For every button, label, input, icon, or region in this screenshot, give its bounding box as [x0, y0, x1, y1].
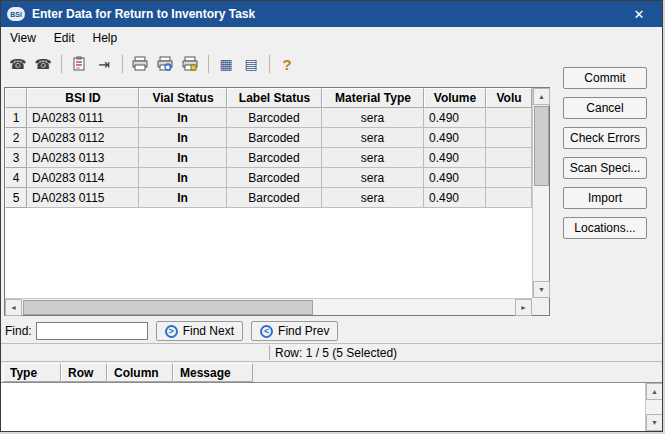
col-header-bsi-id[interactable]: BSI ID — [27, 88, 139, 108]
grid-alt-view-icon[interactable]: ▤ — [239, 52, 263, 76]
cell-volume2[interactable] — [486, 108, 532, 128]
print-setup-icon[interactable] — [178, 52, 202, 76]
cell-vial-status[interactable]: In — [139, 128, 227, 148]
error-vertical-scrollbar[interactable]: ▲ ▼ — [645, 383, 662, 431]
col-header-vial-status[interactable]: Vial Status — [139, 88, 227, 108]
fill-column-glyph: ⇥ — [98, 57, 110, 71]
table-row[interactable]: 1 DA0283 0111 In Barcoded sera 0.490 — [5, 108, 532, 128]
col-header-volume[interactable]: Volume — [424, 88, 486, 108]
vertical-scroll-thumb[interactable] — [534, 106, 549, 186]
grid-view-glyph: ▦ — [219, 57, 232, 71]
cancel-button[interactable]: Cancel — [563, 97, 647, 119]
row-number[interactable]: 5 — [5, 188, 27, 208]
print-preview-icon[interactable] — [153, 52, 177, 76]
cell-volume2[interactable] — [486, 168, 532, 188]
toolbar-separator — [269, 55, 270, 73]
print-icon[interactable] — [128, 52, 152, 76]
cell-volume[interactable]: 0.490 — [424, 168, 486, 188]
cell-vial-status[interactable]: In — [139, 148, 227, 168]
menu-edit[interactable]: Edit — [45, 29, 84, 47]
cell-volume[interactable]: 0.490 — [424, 108, 486, 128]
window-title: Enter Data for Return to Inventory Task — [32, 7, 255, 21]
cell-material-type[interactable]: sera — [322, 128, 424, 148]
cell-material-type[interactable]: sera — [322, 148, 424, 168]
cell-material-type[interactable]: sera — [322, 188, 424, 208]
commit-button[interactable]: Commit — [563, 67, 647, 89]
row-number[interactable]: 2 — [5, 128, 27, 148]
close-icon: ✕ — [634, 7, 645, 22]
cell-volume[interactable]: 0.490 — [424, 148, 486, 168]
col-header-material-type[interactable]: Material Type — [322, 88, 424, 108]
scroll-left-icon[interactable]: ◄ — [5, 299, 22, 316]
fill-column-icon[interactable]: ⇥ — [92, 52, 116, 76]
menu-view[interactable]: View — [1, 29, 45, 47]
locations-button[interactable]: Locations... — [563, 217, 647, 239]
find-prev-icon: < — [260, 325, 273, 338]
grid-vertical-scrollbar[interactable]: ▲ ▼ — [532, 88, 549, 298]
cell-volume2[interactable] — [486, 148, 532, 168]
err-col-type[interactable]: Type — [3, 363, 61, 382]
corner-header-cell[interactable] — [5, 88, 27, 108]
find-prev-label: Find Prev — [278, 324, 329, 338]
cell-bsi-id[interactable]: DA0283 0111 — [27, 108, 139, 128]
check-errors-button[interactable]: Check Errors — [563, 127, 647, 149]
cell-material-type[interactable]: sera — [322, 168, 424, 188]
table-row[interactable]: 2 DA0283 0112 In Barcoded sera 0.490 — [5, 128, 532, 148]
row-number[interactable]: 4 — [5, 168, 27, 188]
cell-volume2[interactable] — [486, 128, 532, 148]
cell-volume[interactable]: 0.490 — [424, 128, 486, 148]
close-button[interactable]: ✕ — [616, 1, 662, 27]
cell-vial-status[interactable]: In — [139, 108, 227, 128]
scroll-down-icon[interactable]: ▼ — [646, 414, 663, 431]
cell-label-status[interactable]: Barcoded — [227, 148, 322, 168]
cell-material-type[interactable]: sera — [322, 108, 424, 128]
scrollbar-corner — [532, 298, 549, 315]
col-header-volume2[interactable]: Volu — [486, 88, 532, 108]
horizontal-scroll-thumb[interactable] — [23, 300, 313, 315]
help-icon[interactable]: ? — [275, 52, 299, 76]
grid-view-icon[interactable]: ▦ — [214, 52, 238, 76]
cell-vial-status[interactable]: In — [139, 188, 227, 208]
toolbar-separator — [122, 55, 123, 73]
scroll-right-icon[interactable]: ► — [515, 299, 532, 316]
cell-volume[interactable]: 0.490 — [424, 188, 486, 208]
find-input[interactable] — [36, 322, 148, 340]
grid-horizontal-scrollbar[interactable]: ◄ ► — [5, 298, 532, 315]
scroll-up-icon[interactable]: ▲ — [646, 383, 663, 400]
error-table-header: Type Row Column Message — [3, 363, 253, 382]
grid-content: BSI ID Vial Status Label Status Material… — [5, 88, 532, 298]
cell-volume2[interactable] — [486, 188, 532, 208]
phone-dial-icon[interactable]: ☎ — [6, 52, 30, 76]
scan-specimens-button[interactable]: Scan Speci... — [563, 157, 647, 179]
import-button[interactable]: Import — [563, 187, 647, 209]
cell-bsi-id[interactable]: DA0283 0113 — [27, 148, 139, 168]
table-row[interactable]: 3 DA0283 0113 In Barcoded sera 0.490 — [5, 148, 532, 168]
err-col-message[interactable]: Message — [173, 363, 253, 382]
row-status-text: Row: 1 / 5 (5 Selected) — [275, 346, 397, 360]
row-number[interactable]: 1 — [5, 108, 27, 128]
row-number[interactable]: 3 — [5, 148, 27, 168]
find-next-button[interactable]: > Find Next — [156, 321, 243, 341]
cell-label-status[interactable]: Barcoded — [227, 168, 322, 188]
scroll-down-icon[interactable]: ▼ — [533, 281, 550, 298]
app-icon: BSI — [7, 7, 25, 21]
cell-vial-status[interactable]: In — [139, 168, 227, 188]
cell-label-status[interactable]: Barcoded — [227, 188, 322, 208]
cell-label-status[interactable]: Barcoded — [227, 108, 322, 128]
cell-bsi-id[interactable]: DA0283 0112 — [27, 128, 139, 148]
paste-errors-icon[interactable] — [67, 52, 91, 76]
phone-answer-glyph: ☎ — [34, 57, 51, 71]
table-row[interactable]: 5 DA0283 0115 In Barcoded sera 0.490 — [5, 188, 532, 208]
printer-icon — [132, 56, 148, 72]
menu-help[interactable]: Help — [83, 29, 126, 47]
cell-label-status[interactable]: Barcoded — [227, 128, 322, 148]
err-col-row[interactable]: Row — [61, 363, 107, 382]
col-header-label-status[interactable]: Label Status — [227, 88, 322, 108]
err-col-column[interactable]: Column — [107, 363, 173, 382]
scroll-up-icon[interactable]: ▲ — [533, 88, 550, 105]
table-row[interactable]: 4 DA0283 0114 In Barcoded sera 0.490 — [5, 168, 532, 188]
cell-bsi-id[interactable]: DA0283 0114 — [27, 168, 139, 188]
find-prev-button[interactable]: < Find Prev — [251, 321, 338, 341]
phone-answer-icon[interactable]: ☎ — [31, 52, 55, 76]
cell-bsi-id[interactable]: DA0283 0115 — [27, 188, 139, 208]
